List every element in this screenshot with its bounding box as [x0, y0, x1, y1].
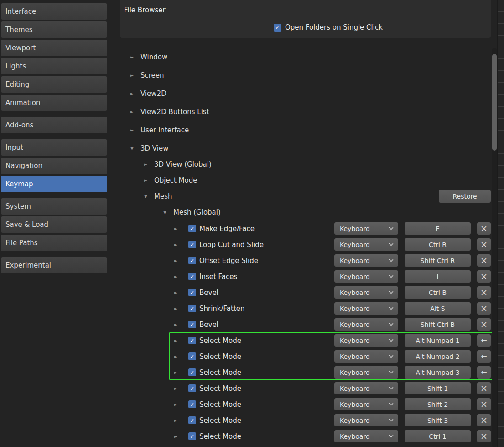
expander-icon[interactable]: ►: [143, 178, 148, 183]
map-type-dropdown[interactable]: Keyboard: [334, 318, 398, 331]
tree-item-3d-view[interactable]: ▼ 3D View: [108, 139, 497, 158]
expander-icon[interactable]: ►: [173, 386, 178, 391]
expander-icon[interactable]: ►: [173, 322, 178, 327]
tree-item-object-mode[interactable]: ► Object Mode: [108, 172, 497, 188]
map-type-dropdown[interactable]: Keyboard: [334, 350, 398, 363]
tree-item-user-interface[interactable]: ► User Interface: [108, 121, 497, 139]
sidebar-item-lights[interactable]: Lights: [1, 58, 107, 74]
map-type-dropdown[interactable]: Keyboard: [334, 222, 398, 235]
expander-icon[interactable]: ►: [130, 110, 135, 114]
map-type-dropdown[interactable]: Keyboard: [334, 302, 398, 315]
sidebar-item-keymap[interactable]: Keymap: [1, 176, 107, 192]
sidebar-item-interface[interactable]: Interface: [1, 3, 107, 20]
map-type-dropdown[interactable]: Keyboard: [334, 382, 398, 394]
item-enabled-checkbox[interactable]: ✓: [188, 368, 196, 376]
expander-icon[interactable]: ▼: [162, 210, 167, 215]
expander-icon[interactable]: ►: [130, 73, 135, 78]
expander-icon[interactable]: ►: [143, 162, 148, 167]
expander-icon[interactable]: ►: [173, 226, 178, 231]
remove-item-button[interactable]: ×: [477, 254, 491, 267]
expander-icon[interactable]: ►: [130, 128, 135, 132]
restore-item-button[interactable]: ←: [477, 366, 491, 379]
key-binding-button[interactable]: I: [405, 270, 471, 283]
sidebar-item-experimental[interactable]: Experimental: [1, 257, 107, 273]
key-binding-button[interactable]: Shift 1: [405, 382, 471, 394]
remove-item-button[interactable]: ×: [477, 382, 491, 394]
key-binding-button[interactable]: F: [405, 222, 471, 235]
item-enabled-checkbox[interactable]: ✓: [188, 352, 196, 360]
open-folders-checkbox[interactable]: ✓: [274, 24, 281, 32]
expander-icon[interactable]: ►: [173, 290, 178, 295]
item-enabled-checkbox[interactable]: ✓: [188, 416, 196, 424]
sidebar-item-animation[interactable]: Animation: [1, 95, 107, 111]
sidebar-item-save-load[interactable]: Save & Load: [1, 216, 107, 233]
remove-item-button[interactable]: ×: [477, 270, 491, 283]
map-type-dropdown[interactable]: Keyboard: [334, 398, 398, 410]
remove-item-button[interactable]: ×: [477, 286, 491, 299]
expander-icon[interactable]: ►: [173, 418, 178, 423]
sidebar-item-input[interactable]: Input: [1, 139, 107, 156]
expander-icon[interactable]: ►: [130, 91, 135, 96]
expander-icon[interactable]: ►: [173, 434, 178, 439]
remove-item-button[interactable]: ×: [477, 318, 491, 331]
key-binding-button[interactable]: Ctrl R: [405, 238, 471, 251]
item-enabled-checkbox[interactable]: ✓: [188, 273, 196, 280]
map-type-dropdown[interactable]: Keyboard: [334, 334, 398, 347]
item-enabled-checkbox[interactable]: ✓: [188, 384, 196, 392]
key-binding-button[interactable]: Alt Numpad 1: [405, 334, 471, 347]
sidebar-item-system[interactable]: System: [1, 198, 107, 215]
remove-item-button[interactable]: ×: [477, 398, 491, 410]
sidebar-item-navigation[interactable]: Navigation: [1, 158, 107, 174]
map-type-dropdown[interactable]: Keyboard: [334, 286, 398, 299]
item-enabled-checkbox[interactable]: ✓: [188, 241, 196, 248]
expander-icon[interactable]: ►: [173, 370, 178, 375]
expander-icon[interactable]: ►: [173, 402, 178, 407]
sidebar-item-viewport[interactable]: Viewport: [1, 40, 107, 56]
expander-icon[interactable]: ►: [173, 242, 178, 247]
map-type-dropdown[interactable]: Keyboard: [334, 366, 398, 379]
key-binding-button[interactable]: Shift Ctrl B: [405, 318, 471, 331]
restore-keymap-button[interactable]: Restore: [439, 190, 491, 203]
expander-icon[interactable]: ►: [173, 338, 178, 343]
map-type-dropdown[interactable]: Keyboard: [334, 414, 398, 426]
key-binding-button[interactable]: Shift 3: [405, 414, 471, 426]
expander-icon[interactable]: ►: [173, 274, 178, 279]
tree-item-mesh-global[interactable]: ▼ Mesh (Global): [108, 204, 497, 220]
item-enabled-checkbox[interactable]: ✓: [188, 225, 196, 232]
item-enabled-checkbox[interactable]: ✓: [188, 321, 196, 328]
map-type-dropdown[interactable]: Keyboard: [334, 254, 398, 267]
item-enabled-checkbox[interactable]: ✓: [188, 337, 196, 344]
key-binding-button[interactable]: Shift Ctrl R: [405, 254, 471, 267]
remove-item-button[interactable]: ×: [477, 430, 491, 442]
remove-item-button[interactable]: ×: [477, 414, 491, 426]
sidebar-item-editing[interactable]: Editing: [1, 76, 107, 93]
item-enabled-checkbox[interactable]: ✓: [188, 432, 196, 440]
remove-item-button[interactable]: ×: [477, 238, 491, 251]
sidebar-item-themes[interactable]: Themes: [1, 21, 107, 38]
expander-icon[interactable]: ▼: [143, 194, 148, 199]
tree-item-screen[interactable]: ► Screen: [108, 66, 497, 84]
tree-item-3d-view-global[interactable]: ► 3D View (Global): [108, 156, 497, 172]
key-binding-button[interactable]: Alt Numpad 2: [405, 350, 471, 363]
tree-item-window[interactable]: ► Window: [108, 48, 497, 66]
item-enabled-checkbox[interactable]: ✓: [188, 305, 196, 312]
remove-item-button[interactable]: ×: [477, 302, 491, 315]
key-binding-button[interactable]: Ctrl B: [405, 286, 471, 299]
key-binding-button[interactable]: Ctrl 1: [405, 430, 471, 442]
sidebar-item-add-ons[interactable]: Add-ons: [1, 117, 107, 133]
key-binding-button[interactable]: Alt S: [405, 302, 471, 315]
expander-icon[interactable]: ►: [173, 306, 178, 311]
item-enabled-checkbox[interactable]: ✓: [188, 400, 196, 408]
item-enabled-checkbox[interactable]: ✓: [188, 289, 196, 296]
key-binding-button[interactable]: Alt Numpad 3: [405, 366, 471, 379]
expander-icon[interactable]: ▼: [130, 146, 135, 151]
map-type-dropdown[interactable]: Keyboard: [334, 430, 398, 442]
expander-icon[interactable]: ►: [130, 55, 135, 59]
remove-item-button[interactable]: ×: [477, 222, 491, 235]
tree-item-view2d-buttons-list[interactable]: ► View2D Buttons List: [108, 103, 497, 121]
key-binding-button[interactable]: Shift 2: [405, 398, 471, 410]
map-type-dropdown[interactable]: Keyboard: [334, 238, 398, 251]
scrollbar-thumb[interactable]: [492, 54, 497, 151]
map-type-dropdown[interactable]: Keyboard: [334, 270, 398, 283]
restore-item-button[interactable]: ←: [477, 350, 491, 363]
